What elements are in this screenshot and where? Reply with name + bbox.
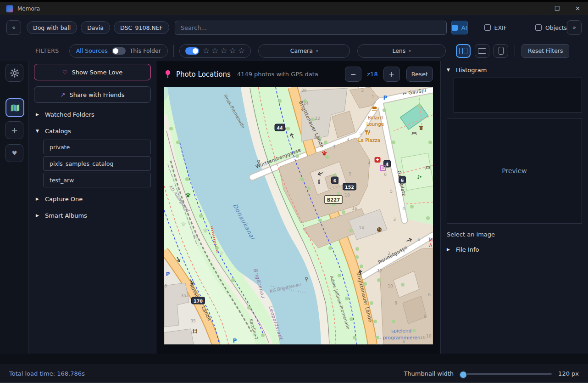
zoom-out-button[interactable]: − xyxy=(345,67,361,82)
house-number: 1 xyxy=(333,145,336,149)
sources-switch[interactable]: All Sources This Folder xyxy=(69,44,168,58)
all-sources-label[interactable]: All Sources xyxy=(76,47,108,54)
reset-filters-button[interactable]: Reset Filters xyxy=(521,44,569,58)
star-icon[interactable]: ☆ xyxy=(203,47,210,55)
tree-row-capture-one[interactable]: ▶Capture One xyxy=(36,194,151,204)
house-number: 6 xyxy=(428,293,431,297)
sources-toggle[interactable] xyxy=(112,47,126,55)
house-number: 3 xyxy=(428,237,431,241)
close-button[interactable]: ✕ xyxy=(567,2,588,15)
collapsed-arrow-icon: ▶ xyxy=(447,247,451,252)
chevron-down-icon: ▾ xyxy=(409,49,411,53)
show-love-label: Show Some Love xyxy=(72,69,122,76)
star-icon[interactable]: ☆ xyxy=(229,47,236,55)
rating-toggle[interactable] xyxy=(185,47,199,55)
house-number: 6 xyxy=(384,172,387,177)
filter-bar: FILTERS All Sources This Folder ☆☆☆☆☆ Ca… xyxy=(0,40,588,61)
search-input[interactable] xyxy=(175,21,447,35)
toolbar: « Dog with ballDaviaDSC_9108.NEF AI EXIF… xyxy=(0,15,588,40)
heart-outline-icon: ♡ xyxy=(62,69,68,76)
house-number: 22 xyxy=(315,116,320,121)
main-area: + ♥ ♡ Show Some Love ↗ Share with Friend… xyxy=(0,61,588,354)
favorites-heart-icon: ♥ xyxy=(12,150,17,157)
star-icon[interactable]: ☆ xyxy=(220,47,227,55)
map-subtitle: 4149 photos with GPS data xyxy=(237,71,318,78)
app-window: Memora — ☐ ✕ « Dog with ballDaviaDSC_910… xyxy=(0,0,588,383)
objects-toggle[interactable]: Objects xyxy=(535,24,567,31)
thumbnail-width-slider[interactable] xyxy=(460,373,552,375)
filters-label: FILTERS xyxy=(35,47,59,54)
view-mode-book-button[interactable] xyxy=(456,44,471,58)
catalog-item[interactable]: private xyxy=(43,140,151,154)
settings-button[interactable] xyxy=(6,64,23,82)
map-view-button[interactable] xyxy=(6,98,24,117)
map-pin-icon xyxy=(164,70,172,79)
svg-text:4: 4 xyxy=(386,162,389,167)
view-mode-landscape-button[interactable] xyxy=(475,44,489,58)
add-button[interactable]: + xyxy=(6,121,23,139)
zoom-in-button[interactable]: + xyxy=(383,67,400,82)
house-number: 1 xyxy=(372,95,374,99)
tree-row-smart-albums[interactable]: ▶Smart Albums xyxy=(36,210,151,220)
collapse-right-button[interactable]: » xyxy=(567,20,582,35)
histogram-header[interactable]: ▼ Histogram xyxy=(447,65,582,75)
camera-dropdown[interactable]: Camera ▾ xyxy=(258,44,350,58)
star-rating[interactable]: ☆☆☆☆☆ xyxy=(203,47,245,55)
breadcrumb-pill[interactable]: DSC_9108.NEF xyxy=(114,21,169,34)
thumbnail-width-value: 120 px xyxy=(558,370,579,377)
ai-toggle-button[interactable]: AI xyxy=(451,21,468,34)
house-number: 3 xyxy=(361,88,364,93)
share-arrow-icon: ↗ xyxy=(60,91,65,98)
hospital-icon xyxy=(375,157,381,163)
svg-text:152: 152 xyxy=(345,185,354,190)
tree-row-watched-folders[interactable]: ▶Watched Folders xyxy=(36,109,151,119)
share-button[interactable]: ↗ Share with Friends xyxy=(34,86,151,103)
show-love-button[interactable]: ♡ Show Some Love xyxy=(34,64,151,80)
minimize-button[interactable]: — xyxy=(526,2,547,15)
camera-label: Camera xyxy=(290,47,313,54)
map-poi-label: A xyxy=(429,243,433,248)
exif-toggle[interactable]: EXIF xyxy=(484,24,507,31)
tree-row-catalogs[interactable]: ▼Catalogs xyxy=(36,126,151,136)
star-icon[interactable]: ☆ xyxy=(211,47,218,55)
thumbnail-width-label: Thumbnail width xyxy=(404,370,454,377)
star-icon[interactable]: ☆ xyxy=(238,47,245,55)
objects-checkbox[interactable] xyxy=(535,24,542,31)
landscape-icon xyxy=(478,48,486,54)
map-reset-button[interactable]: Reset xyxy=(406,67,433,82)
route-badge: 44 xyxy=(275,124,285,131)
lens-dropdown[interactable]: Lens ▾ xyxy=(357,44,446,58)
breadcrumb-pill[interactable]: Dog with ball xyxy=(27,21,77,34)
coffee-icon xyxy=(372,107,377,111)
road-ref-badge: B227 xyxy=(325,196,342,203)
svg-text:44: 44 xyxy=(277,125,283,130)
titlebar: Memora — ☐ ✕ xyxy=(0,2,588,15)
svg-text:P: P xyxy=(233,338,237,344)
maximize-button[interactable]: ☐ xyxy=(547,2,567,15)
house-number: 4 xyxy=(368,161,371,165)
rating-filter[interactable]: ☆☆☆☆☆ xyxy=(179,44,251,58)
window-controls: — ☐ ✕ xyxy=(526,2,588,15)
view-mode-portrait-button[interactable] xyxy=(494,44,508,58)
exif-checkbox[interactable] xyxy=(484,24,491,31)
map-header: Photo Locations 4149 photos with GPS dat… xyxy=(157,61,440,87)
divider xyxy=(173,45,174,57)
map-poi-label: - programmieren xyxy=(380,335,421,340)
catalog-item[interactable]: test_arw xyxy=(43,173,151,187)
map-canvas[interactable]: Brigittenauer LändeBrigittenauer LändeRo… xyxy=(164,87,433,344)
file-info-header[interactable]: ▶ File Info xyxy=(447,244,582,254)
add-plus-icon: + xyxy=(11,125,18,135)
tree-label: Capture One xyxy=(45,196,83,203)
collapse-left-button[interactable]: « xyxy=(6,20,21,35)
svg-text:170: 170 xyxy=(194,299,203,304)
left-panel: ♡ Show Some Love ↗ Share with Friends ▶W… xyxy=(28,61,157,354)
catalog-item[interactable]: pixls_samples_catalog xyxy=(43,156,151,171)
divider xyxy=(515,45,515,57)
this-folder-label[interactable]: This Folder xyxy=(130,47,161,54)
ai-checkbox[interactable] xyxy=(452,25,458,31)
status-bar: Total load time: 168.786s Thumbnail widt… xyxy=(0,364,588,383)
house-number: 8 xyxy=(394,301,397,305)
slider-knob[interactable] xyxy=(459,371,467,379)
favorites-button[interactable]: ♥ xyxy=(6,144,23,162)
breadcrumb-pill[interactable]: Davia xyxy=(81,21,110,34)
